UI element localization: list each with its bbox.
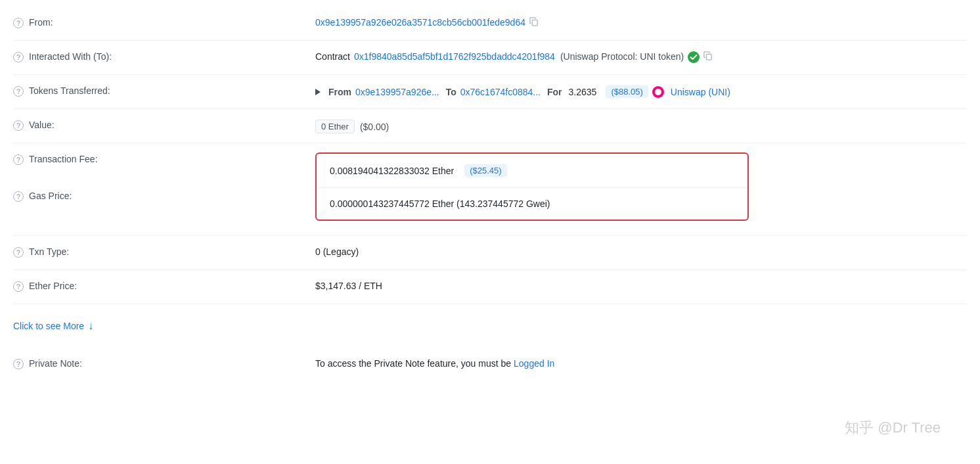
tokens-usd-badge: ($88.05) xyxy=(606,85,648,98)
ether-price-value-col: $3,147.63 / ETH xyxy=(315,279,967,291)
svg-rect-2 xyxy=(707,54,712,60)
tokens-from-address[interactable]: 0x9e139957a926e... xyxy=(355,87,439,97)
tokens-value-col: From 0x9e139957a926e... To 0x76c1674fc08… xyxy=(315,84,967,98)
interacted-with-row: ? Interacted With (To): Contract 0x1f984… xyxy=(13,41,967,75)
tokens-transferred-row: ? Tokens Transferred: From 0x9e139957a92… xyxy=(13,75,967,109)
click-more-label: Click to see More xyxy=(13,321,84,331)
interacted-suffix: (Uniswap Protocol: UNI token) xyxy=(560,51,684,62)
tokens-amount: 3.2635 xyxy=(569,87,597,97)
interacted-address-link[interactable]: 0x1f9840a85d5af5bf1d1762f925bdaddc4201f9… xyxy=(354,51,555,62)
gas-price2-label: Gas Price: xyxy=(29,191,72,201)
private-note-value-col: To access the Private Note feature, you … xyxy=(315,357,967,369)
value-ether-badge: 0 Ether xyxy=(315,120,355,133)
ether-price-value: $3,147.63 / ETH xyxy=(315,281,382,291)
interacted-help-icon[interactable]: ? xyxy=(13,52,24,62)
tokens-label: Tokens Transferred: xyxy=(29,85,110,96)
for-keyword: For xyxy=(547,87,562,97)
value-value-col: 0 Ether ($0.00) xyxy=(315,118,967,133)
txn-type-row: ? Txn Type: 0 (Legacy) xyxy=(13,236,967,270)
ether-price-label: Ether Price: xyxy=(29,281,77,291)
from-row: ? From: 0x9e139957a926e026a3571c8cb56cb0… xyxy=(13,7,967,41)
txn-fee-inner-row: 0.008194041322833032 Ether ($25.45) xyxy=(317,154,747,188)
value-label: Value: xyxy=(29,120,55,130)
private-note-row: ? Private Note: To access the Private No… xyxy=(13,348,967,382)
txn-type-label-col: ? Txn Type: xyxy=(13,245,315,258)
tokens-to-address[interactable]: 0x76c1674fc0884... xyxy=(460,87,541,97)
triangle-icon xyxy=(315,89,321,95)
logged-in-link[interactable]: Logged In xyxy=(514,358,554,369)
from-value-col: 0x9e139957a926e026a3571c8cb56cb001fede9d… xyxy=(315,16,967,28)
from-label-col: ? From: xyxy=(13,16,315,28)
token-name-link[interactable]: Uniswap (UNI) xyxy=(671,87,730,97)
fee-gas-proper-row: ? Transaction Fee: ? Gas Price: 0.008194… xyxy=(13,143,967,236)
value-help-icon[interactable]: ? xyxy=(13,120,24,131)
txn-fee2-usd: ($25.45) xyxy=(464,164,506,177)
txn-type-help-icon[interactable]: ? xyxy=(13,247,24,258)
from-copy-icon[interactable] xyxy=(529,17,539,26)
txn-type-label: Txn Type: xyxy=(29,246,69,257)
interacted-label: Interacted With (To): xyxy=(29,51,112,62)
txn-fee2-amount: 0.008194041322833032 Ether xyxy=(330,166,454,176)
click-more-container: Click to see More ↓ xyxy=(13,304,967,348)
private-note-text: To access the Private Note feature, you … xyxy=(315,358,511,369)
contract-prefix: Contract xyxy=(315,51,350,62)
click-more-arrow: ↓ xyxy=(88,320,93,332)
tokens-label-col: ? Tokens Transferred: xyxy=(13,84,315,97)
value-label-col: ? Value: xyxy=(13,118,315,131)
interacted-value-col: Contract 0x1f9840a85d5af5bf1d1762f925bda… xyxy=(315,50,967,63)
txn-fee2-help-icon[interactable]: ? xyxy=(13,154,24,165)
fee-gas-box-col: 0.008194041322833032 Ether ($25.45) 0.00… xyxy=(315,152,967,226)
from-label: From: xyxy=(29,17,53,28)
from-help-icon[interactable]: ? xyxy=(13,18,24,28)
private-note-help-icon[interactable]: ? xyxy=(13,359,24,369)
txn-fee2-label: Transaction Fee: xyxy=(29,154,98,164)
from-keyword: From xyxy=(328,87,351,97)
gas-price-inner-row: 0.000000143237445772 Ether (143.23744577… xyxy=(317,188,747,220)
private-note-label: Private Note: xyxy=(29,358,82,369)
tokens-help-icon[interactable]: ? xyxy=(13,86,24,97)
ether-price-label-col: ? Ether Price: xyxy=(13,279,315,292)
from-address-link[interactable]: 0x9e139957a926e026a3571c8cb56cb001fede9d… xyxy=(315,17,525,28)
to-keyword: To xyxy=(446,87,457,97)
gas-price-label-item: ? Gas Price: xyxy=(13,189,315,226)
txn-fee-label-item: ? Transaction Fee: xyxy=(13,152,315,189)
private-note-label-col: ? Private Note: xyxy=(13,357,315,369)
verified-icon xyxy=(688,51,700,63)
ether-price-help-icon[interactable]: ? xyxy=(13,281,24,292)
interacted-copy-icon[interactable] xyxy=(703,51,713,60)
interacted-label-col: ? Interacted With (To): xyxy=(13,50,315,62)
uni-token-icon xyxy=(652,86,664,98)
value-usd: ($0.00) xyxy=(360,122,389,132)
value-row: ? Value: 0 Ether ($0.00) xyxy=(13,109,967,143)
svg-rect-0 xyxy=(532,20,537,26)
click-more-button[interactable]: Click to see More ↓ xyxy=(13,311,93,341)
gas-price2-help-icon[interactable]: ? xyxy=(13,191,24,202)
txn-type-value-col: 0 (Legacy) xyxy=(315,245,967,257)
fee-gas-box: 0.008194041322833032 Ether ($25.45) 0.00… xyxy=(315,152,749,221)
fee-gas-labels: ? Transaction Fee: ? Gas Price: xyxy=(13,152,315,226)
ether-price-row: ? Ether Price: $3,147.63 / ETH xyxy=(13,270,967,304)
svg-point-1 xyxy=(688,51,700,63)
gas-price2-value: 0.000000143237445772 Ether (143.23744577… xyxy=(330,198,550,209)
txn-type-value: 0 (Legacy) xyxy=(315,246,359,257)
